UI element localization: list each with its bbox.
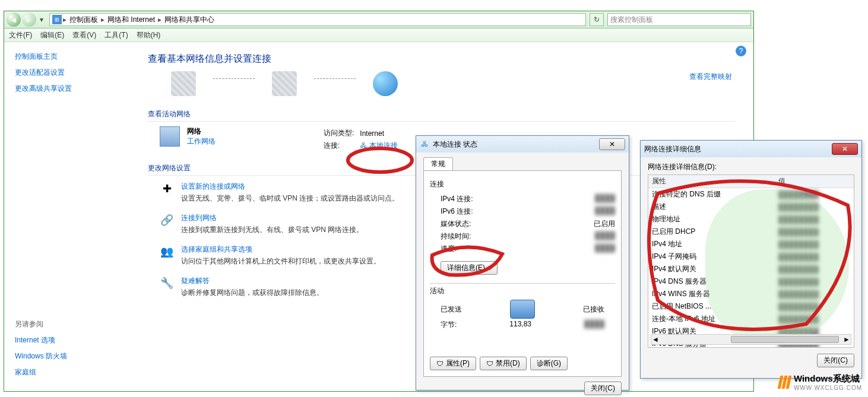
close-button[interactable]: 关闭(C) (584, 382, 622, 395)
breadcrumb-item[interactable]: 网络和共享中心 (163, 15, 216, 25)
menu-help[interactable]: 帮助(H) (137, 30, 161, 40)
prop-name: 连接-本地 IPv6 地址 (648, 313, 775, 325)
prop-value: ████████ (775, 213, 854, 226)
access-type-value: Internet (360, 128, 402, 139)
disable-button[interactable]: 🛡禁用(D) (480, 357, 527, 370)
address-bar: ◄ ► ▾ ⊞ ▸ 控制面板 ▸ 网络和 Internet ▸ 网络和共享中心 … (4, 11, 753, 28)
close-button[interactable]: ✕ (599, 138, 625, 150)
detail-row[interactable]: IPv4 子网掩码████████ (648, 250, 854, 263)
ipv4-conn-value: ████ (595, 194, 615, 204)
sidebar-homegroup-link[interactable]: 家庭组 (15, 367, 134, 377)
col-property[interactable]: 属性 (648, 175, 775, 188)
map-connector-icon (213, 78, 255, 80)
nav-history-dropdown[interactable]: ▾ (37, 14, 46, 25)
media-state-label: 媒体状态: (441, 219, 471, 229)
setting-desc: 连接到或重新连接到无线、有线、拨号或 VPN 网络连接。 (181, 225, 363, 235)
scrollbar-thumb[interactable] (731, 336, 839, 343)
sidebar-adapter-link[interactable]: 更改适配器设置 (15, 68, 134, 78)
detail-row[interactable]: 物理地址████████ (648, 213, 854, 226)
detail-row[interactable]: IPv4 地址████████ (648, 238, 854, 250)
properties-button[interactable]: 🛡属性(P) (430, 357, 476, 370)
shield-icon: 🛡 (486, 360, 493, 368)
sidebar-advanced-link[interactable]: 更改高级共享设置 (15, 84, 134, 94)
sidebar-home-link[interactable]: 控制面板主页 (15, 52, 134, 62)
nav-back-button[interactable]: ◄ (7, 12, 21, 27)
ethernet-icon: 🖧 (420, 139, 429, 149)
breadcrumb-item[interactable]: 控制面板 (68, 15, 100, 25)
setting-desc: 访问位于其他网络计算机上的文件和打印机，或更改共享设置。 (181, 256, 381, 266)
prop-value: ████████ (775, 188, 854, 201)
refresh-button[interactable]: ↻ (590, 13, 604, 26)
help-icon[interactable]: ? (736, 46, 746, 56)
menu-view[interactable]: 查看(V) (72, 30, 96, 40)
network-map (166, 71, 736, 99)
chevron-right-icon: ▸ (158, 15, 161, 24)
setting-desc: 设置无线、宽带、拨号、临时或 VPN 连接；或设置路由器或访问点。 (181, 193, 399, 204)
setting-link[interactable]: 选择家庭组和共享选项 (181, 244, 381, 255)
ipv4-conn-label: IPv4 连接: (441, 194, 473, 204)
prop-value: ████████ (775, 226, 854, 238)
bytes-label: 字节: (441, 320, 457, 330)
detail-row[interactable]: 连接特定的 DNS 后缀████████ (648, 188, 854, 201)
prop-value: ████████ (775, 263, 854, 275)
close-button[interactable]: ✕ (832, 143, 858, 155)
network-name: 网络 (187, 126, 216, 136)
ethernet-icon: 🖧 (360, 141, 367, 150)
setting-link[interactable]: 设置新的连接或网络 (181, 182, 399, 192)
detail-row[interactable]: IPv4 DNS 服务器████████ (648, 275, 854, 288)
chevron-right-icon: ▸ (63, 15, 66, 24)
prop-name: IPv4 WINS 服务器 (648, 288, 775, 300)
close-button[interactable]: 关闭(C) (817, 354, 854, 367)
detail-row[interactable]: IPv4 默认网关████████ (648, 263, 854, 275)
setting-link[interactable]: 连接到网络 (181, 213, 363, 223)
details-label: 网络连接详细信息(D): (648, 162, 854, 172)
nav-forward-button[interactable]: ► (22, 12, 36, 27)
sidebar-internet-options-link[interactable]: Internet 选项 (15, 335, 134, 345)
group-activity-label: 活动 (430, 286, 615, 296)
map-node-network (267, 71, 302, 99)
menu-edit[interactable]: 编辑(E) (40, 30, 64, 40)
prop-name: 物理地址 (648, 213, 775, 226)
chevron-right-icon: ▸ (101, 15, 104, 24)
col-value[interactable]: 值 (775, 175, 854, 188)
prop-name: 连接特定的 DNS 后缀 (648, 188, 775, 201)
detail-row[interactable]: 描述████████ (648, 201, 854, 213)
access-type-label: 访问类型: (324, 128, 359, 139)
dialog-title: 本地连接 状态 (433, 139, 597, 150)
map-node-computer (166, 71, 201, 99)
full-map-link[interactable]: 查看完整映射 (689, 72, 732, 82)
ipv6-conn-label: IPv6 连接: (441, 207, 473, 217)
map-node-internet (368, 71, 403, 99)
sent-label: 已发送 (441, 304, 462, 315)
connection-details-dialog: 网络连接详细信息 ✕ 网络连接详细信息(D): 属性 值 连接特定的 DNS 后… (640, 140, 862, 379)
duration-label: 持续时间: (441, 231, 471, 242)
prop-value: ████████ (775, 275, 854, 288)
breadcrumb-icon: ⊞ (52, 15, 62, 24)
setting-icon: ✚ (160, 182, 174, 196)
network-icon (160, 126, 180, 147)
connection-link[interactable]: 本地连接 (369, 141, 398, 150)
menu-file[interactable]: 文件(F) (9, 30, 32, 40)
detail-row[interactable]: 已启用 DHCP████████ (648, 226, 854, 238)
speed-label: 速度: (441, 244, 457, 254)
connection-label: 连接: (324, 140, 359, 151)
horizontal-scrollbar[interactable]: ◄ ► (651, 334, 851, 345)
tab-general[interactable]: 常规 (423, 157, 453, 170)
breadcrumb-item[interactable]: 网络和 Internet (106, 15, 157, 25)
prop-name: 描述 (648, 201, 775, 213)
sidebar-firewall-link[interactable]: Windows 防火墙 (15, 351, 134, 361)
detail-row[interactable]: IPv4 WINS 服务器████████ (648, 288, 854, 300)
detail-row[interactable]: 连接-本地 IPv6 地址████████ (648, 313, 854, 325)
details-listview[interactable]: 属性 值 连接特定的 DNS 后缀████████描述████████物理地址█… (648, 174, 854, 348)
network-type-link[interactable]: 工作网络 (187, 137, 216, 145)
watermark-url: WWW.WXCLGG.COM (794, 385, 862, 391)
breadcrumb[interactable]: ⊞ ▸ 控制面板 ▸ 网络和 Internet ▸ 网络和共享中心 (49, 13, 586, 26)
details-button[interactable]: 详细信息(E)... (441, 261, 498, 275)
prop-value: ████████ (775, 288, 854, 300)
prop-name: IPv4 地址 (648, 238, 775, 250)
detail-row[interactable]: 已启用 NetBIOS ...████████ (648, 300, 854, 313)
search-input[interactable]: 搜索控制面板 (607, 13, 751, 26)
setting-link[interactable]: 疑难解答 (181, 276, 324, 286)
diagnose-button[interactable]: 诊断(G) (530, 357, 568, 370)
menu-tools[interactable]: 工具(T) (104, 30, 128, 40)
